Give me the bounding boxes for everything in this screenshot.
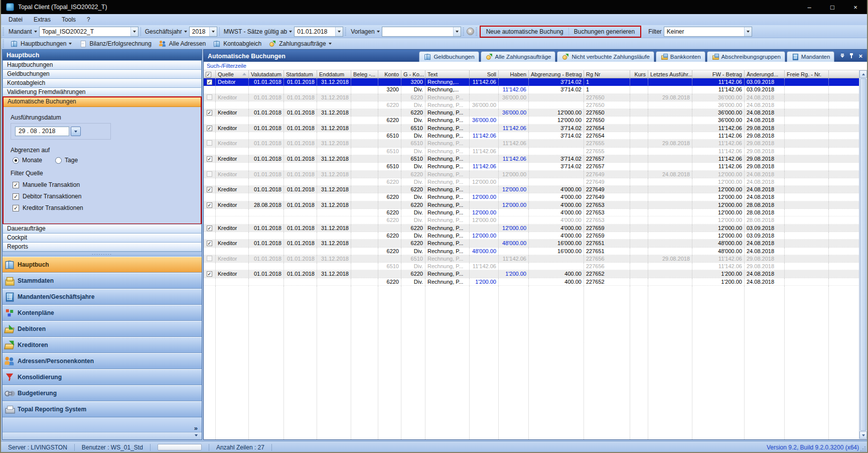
row-checkbox[interactable] (207, 140, 212, 146)
table-row[interactable]: 6220Div.Rechnung, P...12'000.0022764912'… (204, 178, 859, 186)
column-header-konto[interactable]: Konto (378, 70, 401, 78)
scroll-up-icon[interactable] (859, 70, 867, 78)
table-row[interactable]: Kreditor01.01.201801.01.201831.12.201865… (204, 255, 859, 263)
table-row[interactable]: 6220Div.Rechnung, P...1'200.00400.002276… (204, 278, 859, 286)
row-checkbox[interactable]: ✓ (207, 187, 212, 192)
checkbox-kreditor-transaktionen[interactable]: ✓Kreditor Transaktionen (13, 204, 194, 211)
filter-select[interactable]: Keiner (664, 27, 752, 37)
tab-mandanten[interactable]: Mandanten (787, 51, 835, 62)
ausfuehrungsdatum-input[interactable]: 29 . 08 . 2018 (15, 127, 69, 136)
nav-item-konsolidierung[interactable]: Konsolidierung (3, 369, 202, 385)
sidebar-splitter[interactable]: ......... (3, 252, 202, 257)
table-row[interactable]: ✓Kreditor01.01.201801.01.201831.12.20186… (204, 240, 859, 247)
sidebar-item-automatische-buchungen[interactable]: Automatische Buchungen (4, 97, 201, 107)
column-header-enddatum[interactable]: Enddatum (317, 70, 351, 78)
nav-item-stammdaten[interactable]: Stammdaten (3, 273, 202, 289)
chevron-down-icon[interactable] (195, 434, 198, 436)
toolbar-item-hauptbuchungen[interactable]: Hauptbuchungen (7, 39, 75, 49)
table-row[interactable]: ✓Kreditor28.08.201801.01.201831.12.20186… (204, 201, 859, 209)
checkbox-manuelle-transaktion[interactable]: ✓Manuelle Transaktion (13, 181, 194, 188)
search-filter-row[interactable]: Such-/Filterzeile (204, 62, 867, 70)
row-checkbox[interactable]: ✓ (207, 156, 212, 162)
row-checkbox[interactable]: ✓ (207, 110, 212, 116)
toolbar-item-kontoabgleich[interactable]: Kontoabgleich (209, 39, 265, 49)
column-header-kurs[interactable]: Kurs (630, 70, 648, 78)
column-header-aenderung[interactable]: Änderungd... (745, 70, 785, 78)
table-row[interactable]: ✓Kreditor01.01.201801.01.201831.12.20186… (204, 155, 859, 163)
mandant-label[interactable]: Mandant (9, 28, 37, 35)
row-checkbox[interactable]: ✓ (207, 271, 212, 277)
nav-item-hauptbuch[interactable]: Hauptbuch (3, 257, 202, 273)
column-header-soll[interactable]: Soll (470, 70, 499, 78)
vertical-scrollbar[interactable] (859, 70, 867, 439)
table-row[interactable]: ✓Kreditor01.01.201801.01.201831.12.20186… (204, 186, 859, 193)
geschaeftsjahr-label[interactable]: Geschäftsjahr (145, 28, 187, 35)
menu-item-extras[interactable]: Extras (28, 14, 56, 25)
table-row[interactable]: 6220Div.Rechnung, P...12'000.004'000.002… (204, 216, 859, 224)
table-row[interactable]: Kreditor01.01.201801.01.201831.12.201862… (204, 94, 859, 101)
nav-item-budgetierung[interactable]: Budgetierung (3, 385, 202, 401)
close-panel-icon[interactable]: × (858, 53, 862, 59)
table-row[interactable]: 6510Div.Rechnung, P...11'142.063'714.022… (204, 163, 859, 170)
scroll-down-icon[interactable] (859, 431, 867, 439)
mandant-select[interactable]: Topal_ISO20022_T (39, 27, 138, 37)
table-row[interactable]: ✓Kreditor01.01.201801.01.201831.12.20186… (204, 125, 859, 132)
table-row[interactable]: ✓Debitor01.01.201801.01.201831.12.201832… (204, 78, 859, 86)
nav-item-mandanten-geschäftsjahre[interactable]: Mandanten/Geschäftsjahre (3, 289, 202, 305)
sidebar-item-geldbuchungen[interactable]: Geldbuchungen (3, 69, 202, 79)
table-row[interactable]: 6220Div.Rechnung, P...12'000.004'000.002… (204, 209, 859, 216)
table-row[interactable]: 3200Div.Rechnung,...11'142.063'714.02111… (204, 86, 859, 93)
row-checkbox[interactable]: ✓ (207, 79, 212, 85)
column-header-gko[interactable]: G - Ko... (401, 70, 425, 78)
minimize-icon[interactable]: – (798, 0, 821, 14)
vorlagen-label[interactable]: Vorlagen (351, 28, 379, 35)
row-checkbox[interactable]: ✓ (207, 225, 212, 231)
chevron-overflow-icon[interactable]: » (194, 425, 198, 431)
row-checkbox[interactable]: ✓ (207, 126, 212, 131)
column-header-beleg[interactable]: Beleg -... (351, 70, 378, 78)
row-checkbox[interactable] (207, 256, 212, 261)
column-header-startdatum[interactable]: Startdatum (284, 70, 317, 78)
sidebar-item-hauptbuchungen[interactable]: Hauptbuchungen (3, 60, 202, 70)
tab-bankkonten[interactable]: Bankkonten (656, 51, 705, 62)
column-header-fw[interactable]: FW - Betrag (692, 70, 745, 78)
nav-item-topal-reporting-system[interactable]: Topal Reporting System (3, 401, 202, 417)
row-checkbox[interactable] (207, 171, 212, 177)
column-header-letztes[interactable]: Letztes Ausführ... (648, 70, 692, 78)
column-header-haben[interactable]: Haben (499, 70, 529, 78)
table-row[interactable]: 6220Div.Rechnung, P...12'000.004'000.002… (204, 193, 859, 201)
row-checkbox[interactable]: ✓ (207, 241, 212, 246)
column-header-freie[interactable]: Freie Rg. - Nr. (785, 70, 829, 78)
toolbar-item-zahlungsaufträge[interactable]: Zahlungsaufträge (265, 39, 335, 49)
nav-item-debitoren[interactable]: Debitoren (3, 321, 202, 337)
column-header-rgnr[interactable]: Rg Nr (584, 70, 630, 78)
vorlagen-select[interactable] (382, 27, 461, 37)
clear-selection-icon[interactable]: × (467, 28, 474, 35)
sidebar-item-kontoabgleich[interactable]: Kontoabgleich (3, 78, 202, 88)
resize-grip[interactable] (860, 446, 865, 451)
row-checkbox[interactable] (207, 94, 212, 100)
geschaeftsjahr-select[interactable]: 2018 (189, 27, 217, 37)
menu-item-datei[interactable]: Datei (3, 14, 28, 25)
close-icon[interactable]: × (844, 0, 867, 14)
table-row[interactable]: 6510Div.Rechnung, P...11'142.063'714.022… (204, 132, 859, 140)
sidebar-item-cockpit[interactable]: Cockpit (3, 233, 202, 243)
select-all-checkbox[interactable]: ✓ (206, 72, 211, 77)
table-row[interactable]: 6220Div.Rechnung, P...12'000.004'000.002… (204, 232, 859, 240)
nav-item-kreditoren[interactable]: Kreditoren (3, 337, 202, 353)
nav-item-kontenpläne[interactable]: Kontenpläne (3, 305, 202, 321)
chevron-down-icon[interactable] (71, 127, 81, 136)
table-row[interactable]: ✓Kreditor01.01.201801.01.201831.12.20186… (204, 224, 859, 232)
radio-monate[interactable]: Monate (13, 157, 42, 164)
table-row[interactable]: Kreditor01.01.201801.01.201831.12.201865… (204, 140, 859, 147)
neue-automatische-buchung-button[interactable]: Neue automatische Buchung (481, 27, 568, 37)
pin-icon[interactable] (849, 53, 853, 58)
buchungen-generieren-button[interactable]: Buchungen generieren (569, 27, 640, 37)
table-row[interactable]: 6220Div.Rechnung, P...36'000.0012'000.00… (204, 117, 859, 124)
mwst-date-select[interactable]: 01.01.2018 (294, 27, 343, 37)
menu-item-[interactable]: ? (81, 14, 96, 25)
toolbar-item-alle-adressen[interactable]: Alle Adressen (155, 39, 209, 49)
tab-nicht-verbuchte-zahlungsläufe[interactable]: Nicht verbuchte Zahlungsläufe (557, 51, 654, 62)
mwst-label[interactable]: MWST - Sätze gültig ab (224, 28, 293, 35)
column-header-check[interactable]: ✓ (204, 70, 216, 78)
